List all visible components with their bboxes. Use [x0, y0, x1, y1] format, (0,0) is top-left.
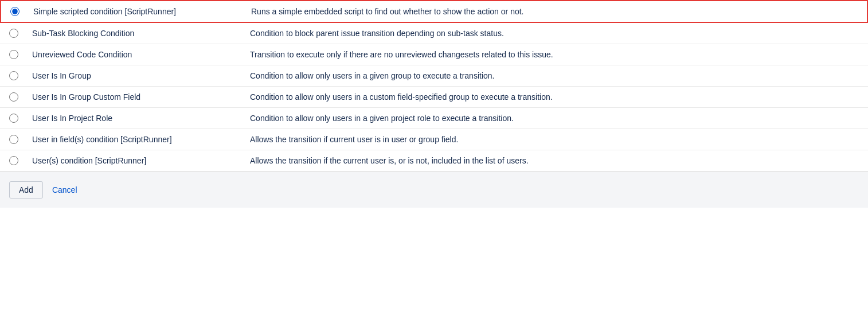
option-name: Unreviewed Code Condition	[32, 50, 250, 59]
options-list: Simple scripted condition [ScriptRunner]…	[0, 0, 868, 172]
option-description: Transition to execute only if there are …	[250, 50, 859, 59]
option-description: Allows the transition if current user is…	[250, 135, 859, 144]
option-name: Simple scripted condition [ScriptRunner]	[33, 7, 251, 16]
footer: Add Cancel	[0, 172, 868, 208]
option-row[interactable]: Simple scripted condition [ScriptRunner]…	[0, 0, 868, 23]
option-row[interactable]: User Is In Project RoleCondition to allo…	[0, 108, 868, 129]
option-row[interactable]: User Is In GroupCondition to allow only …	[0, 65, 868, 87]
radio-input[interactable]	[10, 7, 19, 16]
option-row[interactable]: Sub-Task Blocking ConditionCondition to …	[0, 23, 868, 44]
radio-input[interactable]	[9, 156, 18, 165]
option-description: Condition to allow only users in a custo…	[250, 92, 859, 102]
option-row[interactable]: User in field(s) condition [ScriptRunner…	[0, 129, 868, 150]
radio-input[interactable]	[9, 50, 18, 59]
radio-input[interactable]	[9, 92, 18, 102]
radio-input[interactable]	[9, 29, 18, 38]
condition-selector: Simple scripted condition [ScriptRunner]…	[0, 0, 868, 327]
radio-input[interactable]	[9, 71, 18, 80]
option-name: User Is In Project Role	[32, 114, 250, 123]
option-description: Condition to allow only users in a given…	[250, 71, 859, 80]
add-button[interactable]: Add	[9, 181, 43, 198]
radio-input[interactable]	[9, 135, 18, 144]
option-description: Runs a simple embedded script to find ou…	[251, 7, 858, 16]
option-name: User Is In Group	[32, 71, 250, 80]
option-row[interactable]: User Is In Group Custom FieldCondition t…	[0, 87, 868, 108]
option-description: Condition to block parent issue transiti…	[250, 29, 859, 38]
option-description: Condition to allow only users in a given…	[250, 114, 859, 123]
option-row[interactable]: Unreviewed Code ConditionTransition to e…	[0, 44, 868, 65]
option-name: Sub-Task Blocking Condition	[32, 29, 250, 38]
radio-input[interactable]	[9, 114, 18, 123]
option-name: User(s) condition [ScriptRunner]	[32, 156, 250, 165]
cancel-link[interactable]: Cancel	[52, 185, 77, 194]
option-name: User Is In Group Custom Field	[32, 92, 250, 102]
option-row[interactable]: User(s) condition [ScriptRunner]Allows t…	[0, 150, 868, 172]
option-description: Allows the transition if the current use…	[250, 156, 859, 165]
option-name: User in field(s) condition [ScriptRunner…	[32, 135, 250, 144]
